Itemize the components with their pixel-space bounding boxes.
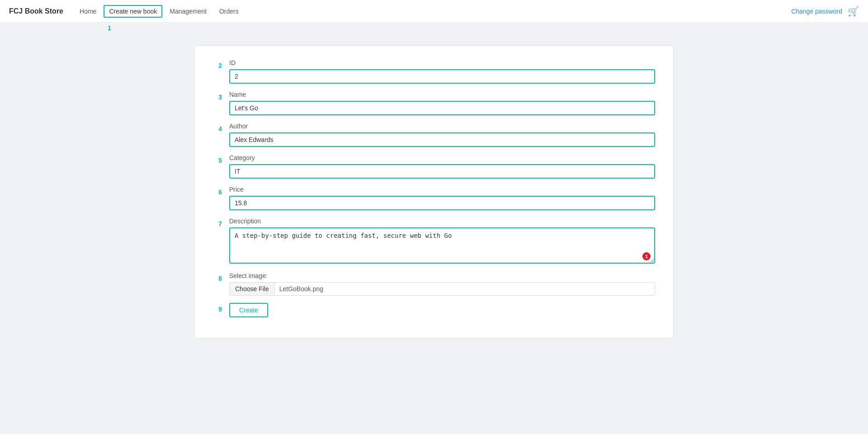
price-label: Price xyxy=(229,186,655,193)
description-badge: 1 xyxy=(642,252,651,260)
nav-management[interactable]: Management xyxy=(164,5,212,18)
description-textarea[interactable] xyxy=(229,227,655,264)
price-row: 6 Price xyxy=(213,186,655,210)
price-step-number: 6 xyxy=(213,189,222,196)
category-label: Category xyxy=(229,154,655,161)
nav-links: Home Create new book Management Orders xyxy=(74,5,791,18)
description-label: Description xyxy=(229,217,655,225)
image-step-number: 8 xyxy=(213,275,222,282)
price-group: Price xyxy=(229,186,655,210)
create-row: 9 Create xyxy=(213,303,655,317)
brand-logo: FCJ Book Store xyxy=(9,7,63,15)
id-input[interactable] xyxy=(229,69,655,84)
name-row: 3 Name xyxy=(213,91,655,115)
choose-file-button[interactable]: Choose File xyxy=(230,283,275,295)
id-group: ID xyxy=(229,59,655,84)
description-group: Description 1 xyxy=(229,217,655,265)
category-row: 5 Category xyxy=(213,154,655,179)
author-group: Author xyxy=(229,123,655,147)
nav-create-new-book[interactable]: Create new book xyxy=(104,5,162,18)
price-input[interactable] xyxy=(229,196,655,210)
form-card: 2 ID 3 Name 4 Author 5 Cat xyxy=(194,45,674,339)
id-label: ID xyxy=(229,59,655,66)
create-button[interactable]: Create xyxy=(229,303,268,317)
description-step-number: 7 xyxy=(213,220,222,227)
author-label: Author xyxy=(229,123,655,130)
navbar: FCJ Book Store Home Create new book Mana… xyxy=(0,0,868,23)
author-step-number: 4 xyxy=(213,125,222,132)
id-step-number: 2 xyxy=(213,62,222,69)
create-step-number: 9 xyxy=(213,306,222,313)
image-row: 8 Select image: Choose File LetGoBook.pn… xyxy=(213,272,655,296)
select-image-label: Select image: xyxy=(229,272,655,279)
category-step-number: 5 xyxy=(213,157,222,164)
name-label: Name xyxy=(229,91,655,98)
nav-orders[interactable]: Orders xyxy=(214,5,244,18)
nav-step-indicator: 1 xyxy=(108,24,111,32)
create-group: Create xyxy=(229,303,655,317)
nav-home[interactable]: Home xyxy=(74,5,102,18)
file-name-display: LetGoBook.png xyxy=(275,283,655,295)
name-input[interactable] xyxy=(229,101,655,115)
main-content: 2 ID 3 Name 4 Author 5 Cat xyxy=(0,32,868,352)
id-row: 2 ID xyxy=(213,59,655,84)
author-input[interactable] xyxy=(229,132,655,147)
category-input[interactable] xyxy=(229,164,655,179)
name-step-number: 3 xyxy=(213,94,222,101)
description-row: 7 Description 1 xyxy=(213,217,655,265)
cart-icon[interactable]: 🛒 xyxy=(848,6,859,17)
navbar-right: Change password 🛒 xyxy=(791,6,859,17)
author-row: 4 Author xyxy=(213,123,655,147)
name-group: Name xyxy=(229,91,655,115)
image-group: Select image: Choose File LetGoBook.png xyxy=(229,272,655,296)
file-input-wrapper: Choose File LetGoBook.png xyxy=(229,282,655,296)
category-group: Category xyxy=(229,154,655,179)
change-password-link[interactable]: Change password xyxy=(791,8,842,15)
